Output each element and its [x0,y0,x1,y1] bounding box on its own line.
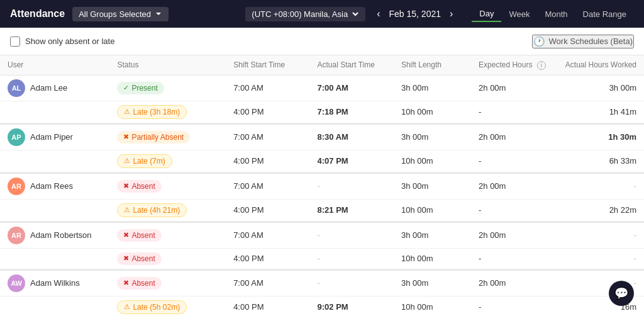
actual-start-cell: 8:30 AM [310,124,394,150]
date-nav: ‹ Feb 15, 2021 › [373,7,457,21]
status-cell: ⚠Late (5h 02m) [109,296,226,316]
table-header-row: User Status Shift Start Time Actual Star… [0,55,644,75]
timezone-label: (UTC +08:00) Manila, Asia [252,9,348,19]
work-schedules-button[interactable]: 🕐 Work Schedules (Beta) [532,35,634,48]
actual-start-cell: - [310,222,394,249]
user-cell [0,199,109,221]
user-cell: AR Adam Robertson [0,222,109,249]
header: Attendance All Groups Selected (UTC +08:… [0,0,644,28]
groups-dropdown[interactable]: All Groups Selected [72,7,169,21]
expected-hours-cell: 2h 00m [471,75,555,101]
table-row: AW Adam Wilkins ✖Absent7:00 AM-3h 00m2h … [0,270,644,296]
actual-start-cell: 9:02 PM [310,296,394,316]
dash: - [634,181,636,191]
table-row: ⚠Late (3h 18m)4:00 PM7:18 PM10h 00m-1h 4… [0,101,644,123]
groups-label: All Groups Selected [79,9,151,19]
chat-bubble-button[interactable]: 💬 [609,281,634,306]
actual-start-cell: 4:07 PM [310,150,394,172]
status-badge: ✖Absent [117,277,161,290]
dash: - [634,278,636,288]
expected-hours-cell: 2h 00m [471,270,555,296]
status-badge: ⚠Late (3h 18m) [117,105,187,119]
shift-length-cell: 10h 00m [394,101,471,123]
expected-hours-cell: - [471,248,555,269]
user-cell: AW Adam Wilkins [0,270,109,296]
actual-hours-cell: - [555,248,644,269]
user-cell: AR Adam Rees [0,173,109,200]
status-icon: ✖ [123,231,129,239]
actual-start-cell: - [310,173,394,200]
shift-length-cell: 10h 00m [394,296,471,316]
status-badge: ✓Present [117,82,164,94]
status-icon: ⚠ [124,157,130,165]
dash: - [318,230,320,240]
user-name: Adam Piper [30,132,73,142]
work-schedules-label: Work Schedules (Beta) [549,37,633,46]
status-icon: ⚠ [124,303,130,311]
table-row: AP Adam Piper ✖Partially Absent7:00 AM8:… [0,124,644,150]
actual-start-value: 9:02 PM [318,302,348,312]
tab-date-range[interactable]: Date Range [575,6,634,22]
shift-start-cell: 7:00 AM [226,222,309,249]
col-user: User [0,55,109,75]
avatar: AP [8,128,25,146]
tab-week[interactable]: Week [501,6,537,22]
actual-start-cell: - [310,270,394,296]
next-date-button[interactable]: › [446,7,457,21]
user-name: Adam Rees [30,181,73,191]
status-icon: ⚠ [124,206,130,214]
shift-length-cell: 10h 00m [394,199,471,221]
avatar: AR [8,227,25,244]
chevron-down-icon [155,10,162,18]
actual-hours-cell: 2h 22m [555,199,644,221]
dash: - [318,254,320,263]
status-badge: ⚠Late (5h 02m) [117,300,187,314]
actual-hours-cell: 1h 41m [555,101,644,123]
status-icon: ✖ [123,133,129,141]
status-badge: ✖Absent [117,252,161,265]
actual-start-cell: - [310,248,394,269]
user-cell [0,150,109,172]
prev-date-button[interactable]: ‹ [373,7,384,21]
status-badge: ✖Absent [117,180,161,193]
status-cell: ✖Partially Absent [109,124,226,150]
actual-start-value: 4:07 PM [318,156,348,166]
absent-late-filter[interactable]: Show only absent or late [10,37,114,47]
shift-length-cell: 3h 00m [394,222,471,249]
table-row: ✖Absent4:00 PM-10h 00m-- [0,248,644,269]
user-info: AR Adam Robertson [8,227,102,244]
user-cell [0,248,109,269]
status-cell: ✓Present [109,75,226,101]
clock-icon: 🕐 [533,36,545,47]
actual-hours-cell: 3h 00m [555,75,644,101]
user-info: AR Adam Rees [8,178,102,195]
expected-hours-cell: 2h 00m [471,173,555,200]
tab-month[interactable]: Month [537,6,575,22]
shift-start-cell: 7:00 AM [226,75,309,101]
col-actual-hours: Actual Hours Worked [555,55,644,75]
expected-hours-info-icon[interactable]: i [537,61,546,70]
status-cell: ✖Absent [109,222,226,249]
absent-late-label: Show only absent or late [25,37,114,46]
tab-day[interactable]: Day [472,6,501,22]
shift-start-cell: 7:00 AM [226,270,309,296]
shift-length-cell: 10h 00m [394,150,471,172]
shift-length-cell: 3h 00m [394,124,471,150]
dash: - [318,181,320,191]
user-info: AW Adam Wilkins [8,274,102,292]
shift-start-cell: 4:00 PM [226,101,309,123]
status-icon: ✖ [123,254,129,262]
timezone-dropdown[interactable]: (UTC +08:00) Manila, Asia [245,7,365,21]
col-shift-start: Shift Start Time [226,55,309,75]
status-badge: ⚠Late (7m) [117,154,172,168]
actual-hours-cell: 1h 30m [555,124,644,150]
dash: - [634,254,636,263]
expected-hours-cell: - [471,101,555,123]
shift-start-cell: 4:00 PM [226,296,309,316]
expected-hours-cell: - [471,199,555,221]
actual-start-cell: 7:18 PM [310,101,394,123]
user-name: Adam Lee [30,83,67,93]
absent-late-checkbox[interactable] [10,37,20,47]
status-cell: ⚠Late (7m) [109,150,226,172]
user-cell: AP Adam Piper [0,124,109,150]
